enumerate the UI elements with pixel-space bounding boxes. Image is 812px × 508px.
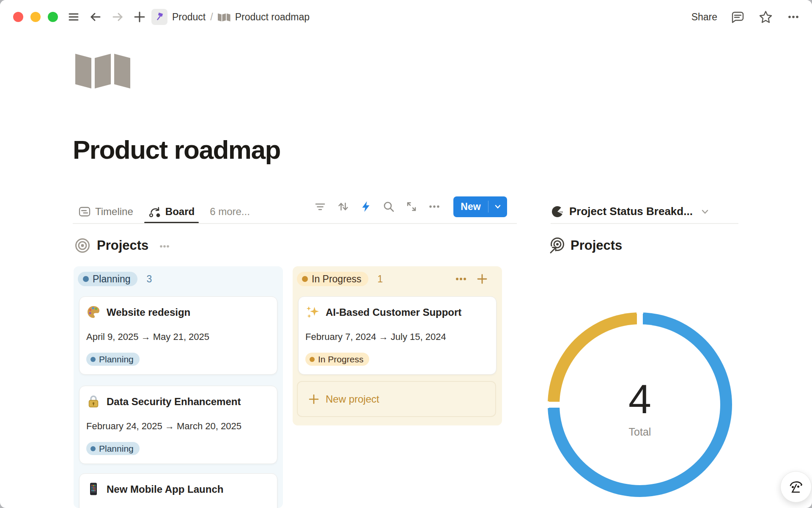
breadcrumb-separator: / xyxy=(210,11,213,23)
in-progress-count: 1 xyxy=(378,273,383,285)
linked-target-icon xyxy=(549,237,565,254)
column-header-planning: Planning 3 xyxy=(78,272,152,286)
status-dot xyxy=(83,276,89,282)
card-ai-support[interactable]: AI-Based Customer Support February 7, 20… xyxy=(298,296,497,375)
page-title[interactable]: Product roadmap xyxy=(73,135,280,165)
status-dot xyxy=(310,357,315,362)
tab-board[interactable]: Board xyxy=(148,200,195,223)
card-date-range: February 7, 2024 → July 15, 2024 xyxy=(305,331,446,343)
donut-total-value: 4 xyxy=(560,378,720,420)
card-title: AI-Based Customer Support xyxy=(326,306,461,319)
donut-total-label: Total xyxy=(560,426,720,438)
new-dropdown-chevron-icon[interactable] xyxy=(488,202,507,211)
widget-header-label: Project Status Breakd... xyxy=(569,205,693,218)
view-toolbar: New xyxy=(314,196,507,217)
new-project-label: New project xyxy=(326,393,379,405)
palette-emoji xyxy=(86,305,101,321)
window-controls xyxy=(13,12,58,22)
card-mobile-app[interactable]: New Mobile App Launch March 1, 2025 → Ma… xyxy=(79,473,277,508)
mobile-phone-emoji xyxy=(86,482,101,498)
new-button[interactable]: New xyxy=(453,196,507,217)
status-dot xyxy=(91,446,96,451)
status-donut-chart: 4 Total xyxy=(548,312,732,497)
expand-icon[interactable] xyxy=(405,200,418,213)
plus-icon xyxy=(308,393,320,405)
board-heading-label[interactable]: Projects xyxy=(97,238,148,253)
close-window-button[interactable] xyxy=(13,12,23,22)
planning-status-pill[interactable]: Planning xyxy=(78,272,137,286)
card-website-redesign[interactable]: Website redesign April 9, 2025 → May 21,… xyxy=(79,296,277,375)
chevron-down-icon xyxy=(700,207,710,217)
comments-icon[interactable] xyxy=(731,10,745,24)
column-more-icon[interactable] xyxy=(454,272,468,286)
view-more-icon[interactable] xyxy=(428,200,441,213)
timeline-view-icon xyxy=(78,205,91,218)
sparkles-emoji xyxy=(305,305,320,321)
status-pill-label: In Progress xyxy=(312,273,362,285)
board-column-planning: Planning 3 Website redesign April 9, 202… xyxy=(74,266,283,508)
new-page-plus-icon[interactable] xyxy=(133,10,146,24)
donut-hole: 4 Total xyxy=(560,324,720,485)
title-bar: Product / Product roadmap Share xyxy=(0,0,812,34)
board-column-in-progress: In Progress 1 AI-Based Customer Support … xyxy=(293,266,502,425)
board-database-heading: Projects xyxy=(74,235,171,256)
new-button-label: New xyxy=(453,201,488,213)
tab-timeline[interactable]: Timeline xyxy=(78,200,133,223)
board-view-icon xyxy=(148,205,161,218)
tab-timeline-label: Timeline xyxy=(95,206,133,218)
map-icon xyxy=(218,12,230,22)
minimize-window-button[interactable] xyxy=(30,12,41,22)
column-header-in-progress: In Progress 1 xyxy=(297,272,383,286)
automations-lightning-icon[interactable] xyxy=(359,200,372,213)
tab-board-label: Board xyxy=(165,206,195,218)
widget-heading-label[interactable]: Projects xyxy=(571,238,622,253)
search-icon[interactable] xyxy=(382,200,395,213)
breadcrumb-page-label[interactable]: Product roadmap xyxy=(235,11,310,23)
more-options-icon[interactable] xyxy=(787,10,800,24)
card-date-range: April 9, 2025 → May 21, 2025 xyxy=(86,331,209,343)
lock-emoji xyxy=(86,394,101,410)
more-views-button[interactable]: 6 more... xyxy=(210,206,250,218)
view-tabs: Timeline Board 6 more... xyxy=(78,200,250,223)
breadcrumb: Product / Product roadmap xyxy=(151,0,310,34)
sort-icon[interactable] xyxy=(337,200,349,213)
widget-header-dropdown[interactable]: Project Status Breakd... xyxy=(551,200,710,223)
status-dot xyxy=(302,276,308,282)
sidebar-menu-icon[interactable] xyxy=(67,10,80,24)
favorite-star-icon[interactable] xyxy=(758,10,773,25)
status-dot xyxy=(91,357,96,362)
ai-face-icon xyxy=(787,478,805,496)
breadcrumb-product-label[interactable]: Product xyxy=(172,11,206,23)
widget-divider xyxy=(551,223,738,224)
forward-icon[interactable] xyxy=(111,10,124,24)
tabs-divider xyxy=(73,223,517,224)
heading-more-icon[interactable] xyxy=(158,239,171,252)
card-status-tag: Planning xyxy=(86,442,140,455)
card-title: Website redesign xyxy=(107,306,190,319)
card-data-security[interactable]: Data Security Enhancement February 24, 2… xyxy=(79,386,277,464)
target-icon xyxy=(74,237,91,254)
new-project-button[interactable]: New project xyxy=(297,381,496,417)
breadcrumb-product[interactable] xyxy=(151,9,167,25)
ai-assistant-button[interactable] xyxy=(780,471,812,502)
pie-chart-icon xyxy=(551,205,564,218)
zoom-window-button[interactable] xyxy=(48,12,58,22)
filter-icon[interactable] xyxy=(314,200,326,213)
widget-database-heading: Projects xyxy=(549,235,622,256)
share-button[interactable]: Share xyxy=(691,11,717,23)
card-title: Data Security Enhancement xyxy=(107,395,241,408)
card-status-tag: In Progress xyxy=(305,353,369,366)
planning-count: 3 xyxy=(147,273,152,285)
card-title: New Mobile App Launch xyxy=(107,483,223,496)
card-status-tag: Planning xyxy=(86,353,140,366)
column-add-card-icon[interactable] xyxy=(476,273,488,285)
page-map-icon[interactable] xyxy=(75,50,131,90)
card-date-range: February 24, 2025 → March 20, 2025 xyxy=(86,420,241,433)
in-progress-status-pill[interactable]: In Progress xyxy=(297,272,368,286)
app-window: Product / Product roadmap Share Product … xyxy=(0,0,812,508)
back-icon[interactable] xyxy=(89,10,102,24)
status-pill-label: Planning xyxy=(93,273,131,285)
hammer-icon xyxy=(154,11,165,23)
